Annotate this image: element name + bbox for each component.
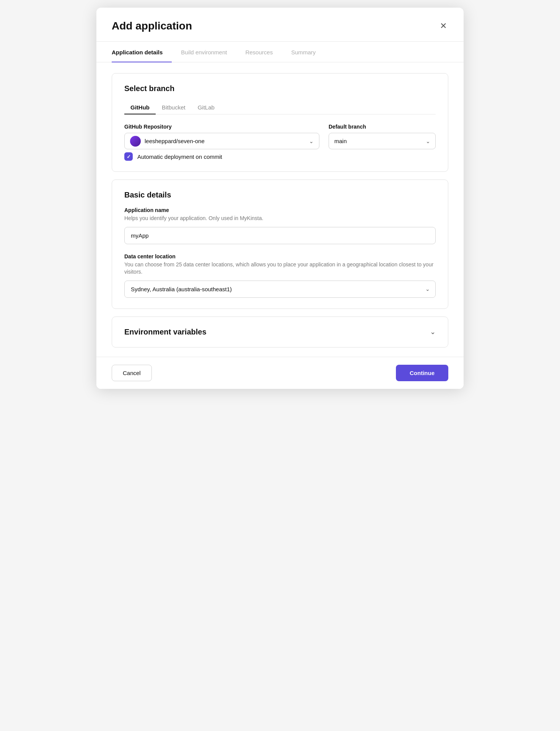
tab-github[interactable]: GitHub bbox=[124, 101, 156, 114]
datacenter-dropdown[interactable]: Sydney, Australia (australia-southeast1)… bbox=[124, 281, 436, 298]
auto-deploy-row: ✓ Automatic deployment on commit bbox=[124, 152, 436, 161]
cancel-button[interactable]: Cancel bbox=[112, 365, 152, 381]
tab-gitlab[interactable]: GitLab bbox=[192, 101, 221, 114]
datacenter-chevron-icon: ⌄ bbox=[425, 286, 430, 292]
repo-select-text: leesheppard/seven-one bbox=[145, 133, 309, 149]
branch-select-wrapper: main ⌄ bbox=[329, 133, 436, 149]
app-name-input[interactable] bbox=[124, 227, 436, 244]
avatar-inner bbox=[130, 136, 141, 147]
step-build-environment[interactable]: Build environment bbox=[181, 42, 236, 62]
repo-label: GitHub Repository bbox=[124, 124, 319, 130]
repo-avatar bbox=[130, 136, 141, 147]
env-variables-chevron-icon: ⌄ bbox=[430, 328, 436, 336]
step-application-details[interactable]: Application details bbox=[112, 42, 172, 62]
stepper: Application details Build environment Re… bbox=[96, 42, 464, 62]
datacenter-label: Data center location bbox=[124, 253, 436, 259]
datacenter-value: Sydney, Australia (australia-southeast1) bbox=[131, 286, 232, 292]
modal-footer: Cancel Continue bbox=[96, 357, 464, 389]
branch-select[interactable]: main bbox=[329, 133, 436, 149]
env-variables-title: Environment variables bbox=[124, 328, 207, 336]
source-tabs: GitHub Bitbucket GitLab bbox=[124, 101, 436, 114]
datacenter-desc: You can choose from 25 data center locat… bbox=[124, 261, 436, 276]
basic-details-card: Basic details Application name Helps you… bbox=[112, 179, 448, 309]
auto-deploy-checkbox[interactable]: ✓ bbox=[124, 152, 133, 161]
branch-label: Default branch bbox=[329, 124, 436, 130]
continue-button[interactable]: Continue bbox=[396, 365, 448, 381]
branch-group: Default branch main ⌄ bbox=[329, 124, 436, 149]
app-name-group: Application name Helps you identify your… bbox=[124, 207, 436, 244]
tab-bitbucket[interactable]: Bitbucket bbox=[156, 101, 192, 114]
repo-group: GitHub Repository leesheppard/seven-one … bbox=[124, 124, 319, 149]
env-variables-card: Environment variables ⌄ bbox=[112, 317, 448, 348]
select-branch-title: Select branch bbox=[124, 84, 436, 93]
step-summary[interactable]: Summary bbox=[291, 42, 325, 62]
repo-branch-row: GitHub Repository leesheppard/seven-one … bbox=[124, 124, 436, 149]
datacenter-group: Data center location You can choose from… bbox=[124, 253, 436, 298]
add-application-modal: Add application ✕ Application details Bu… bbox=[96, 8, 464, 389]
modal-title: Add application bbox=[112, 20, 192, 32]
app-name-label: Application name bbox=[124, 207, 436, 213]
modal-header: Add application ✕ bbox=[96, 8, 464, 42]
close-icon: ✕ bbox=[440, 22, 447, 30]
checkmark-icon: ✓ bbox=[127, 154, 131, 160]
step-resources[interactable]: Resources bbox=[245, 42, 282, 62]
repo-chevron-icon: ⌄ bbox=[309, 138, 314, 144]
modal-content: Select branch GitHub Bitbucket GitLab Gi… bbox=[96, 62, 464, 357]
env-variables-header[interactable]: Environment variables ⌄ bbox=[124, 328, 436, 336]
select-branch-card: Select branch GitHub Bitbucket GitLab Gi… bbox=[112, 73, 448, 172]
basic-details-title: Basic details bbox=[124, 191, 436, 199]
auto-deploy-label: Automatic deployment on commit bbox=[137, 153, 222, 160]
close-button[interactable]: ✕ bbox=[438, 20, 448, 32]
app-name-desc: Helps you identify your application. Onl… bbox=[124, 215, 436, 222]
repo-select[interactable]: leesheppard/seven-one ⌄ bbox=[124, 133, 319, 149]
